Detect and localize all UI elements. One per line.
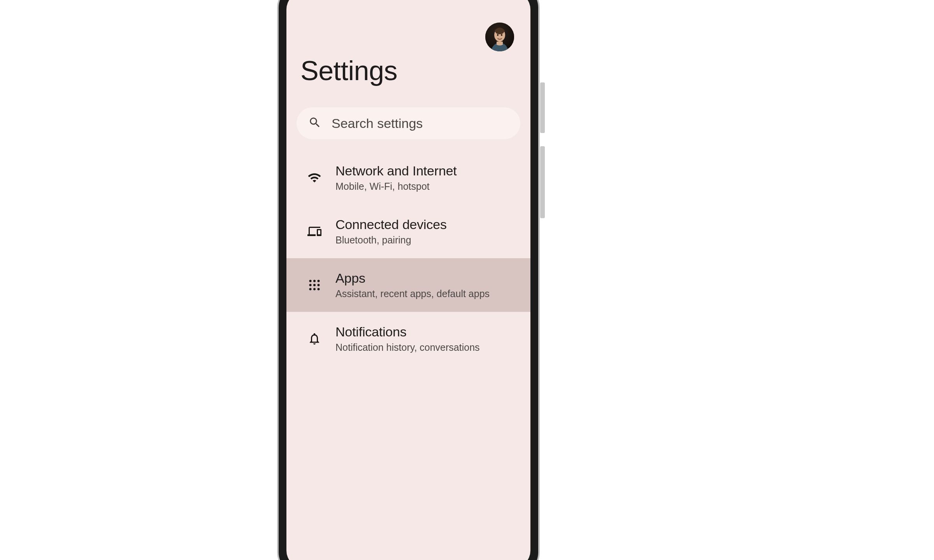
settings-list: Network and Internet Mobile, Wi-Fi, hots… <box>286 151 530 366</box>
svg-point-12 <box>318 288 320 290</box>
item-subtitle: Assistant, recent apps, default apps <box>335 288 490 299</box>
apps-icon <box>306 276 323 294</box>
item-title: Network and Internet <box>335 163 457 178</box>
wifi-icon <box>306 169 323 186</box>
settings-item-connected-devices[interactable]: Connected devices Bluetooth, pairing <box>286 205 530 258</box>
item-title: Notifications <box>335 324 480 340</box>
item-title: Connected devices <box>335 217 447 232</box>
avatar[interactable] <box>485 23 514 51</box>
devices-icon <box>306 223 323 240</box>
search-input[interactable]: Search settings <box>297 107 520 139</box>
svg-point-2 <box>497 34 499 36</box>
header: Settings <box>286 0 530 90</box>
item-subtitle: Mobile, Wi-Fi, hotspot <box>335 181 457 192</box>
svg-point-9 <box>318 284 320 286</box>
list-item-text: Apps Assistant, recent apps, default app… <box>335 271 490 299</box>
search-icon <box>308 116 321 131</box>
settings-item-apps[interactable]: Apps Assistant, recent apps, default app… <box>286 258 530 312</box>
phone-screen: Settings Search settings Network and Int… <box>286 0 530 560</box>
item-subtitle: Notification history, conversations <box>335 342 480 353</box>
svg-point-4 <box>309 280 312 282</box>
svg-point-7 <box>309 284 312 286</box>
item-title: Apps <box>335 271 490 286</box>
list-item-text: Network and Internet Mobile, Wi-Fi, hots… <box>335 163 457 192</box>
phone-side-button <box>540 146 545 218</box>
phone-frame: Settings Search settings Network and Int… <box>279 0 538 560</box>
search-wrap: Search settings <box>286 90 530 139</box>
item-subtitle: Bluetooth, pairing <box>335 234 447 246</box>
svg-point-11 <box>313 288 316 290</box>
settings-item-network[interactable]: Network and Internet Mobile, Wi-Fi, hots… <box>286 151 530 205</box>
svg-point-3 <box>501 34 502 36</box>
svg-point-6 <box>318 280 320 282</box>
search-placeholder: Search settings <box>332 116 423 131</box>
phone-side-button <box>540 82 545 133</box>
svg-point-10 <box>309 288 312 290</box>
list-item-text: Connected devices Bluetooth, pairing <box>335 217 447 246</box>
settings-item-notifications[interactable]: Notifications Notification history, conv… <box>286 312 530 366</box>
list-item-text: Notifications Notification history, conv… <box>335 324 480 353</box>
notifications-icon <box>306 330 323 347</box>
svg-point-5 <box>313 280 316 282</box>
page-title: Settings <box>300 55 516 86</box>
svg-point-8 <box>313 284 316 286</box>
